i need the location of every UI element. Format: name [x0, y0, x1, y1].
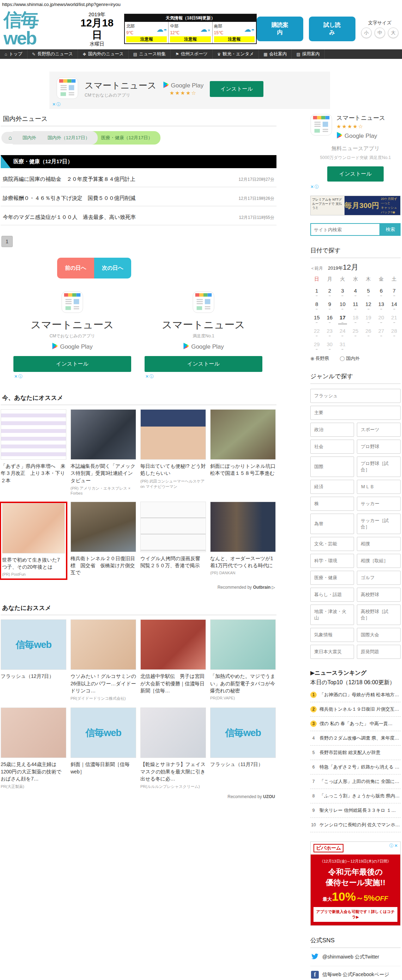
recommend-card[interactable]: 25歳に見える44歳主婦は1200円の大正製薬の技術でおばさん顔を7…PR(大正… — [1, 708, 66, 789]
recommend-card[interactable]: 「あずさ」県内停車増へ 来年３月改正 上り３本・下り２本 — [1, 409, 66, 495]
genre-button[interactable]: ＭＬＢ — [357, 480, 400, 494]
calendar-day-9[interactable]: 9 — [323, 298, 337, 312]
calendar-day-4[interactable]: 4 — [349, 285, 362, 298]
genre-button[interactable]: 為替 — [310, 514, 354, 534]
ranking-item[interactable]: 10ケンシロウに長蛇の列 佐久でマンホ… — [310, 818, 400, 832]
trial-read-button[interactable]: 試し読み — [309, 17, 356, 41]
nav-item-company-info[interactable]: ▦会社案内 — [259, 49, 292, 59]
genre-button[interactable]: 経済 — [310, 480, 354, 494]
twitter-link[interactable]: @shinmaiweb 公式Twitter — [310, 948, 400, 966]
recommend-card[interactable]: なんと、オーダースーツが1着1万円代でつくれる時代に(PR) DANKAN — [210, 502, 276, 580]
genre-button[interactable]: 科学・環境 — [310, 554, 354, 568]
viva-home-ad[interactable]: ⓘ✕ ビバホーム 《12月13日(金)～12月19日(木)の7日間》 令和元年最… — [310, 842, 400, 926]
install-button[interactable]: インストール — [145, 356, 262, 372]
ntt-card-ad[interactable]: プレミアムを NTTグループカードで 支払うと 毎月300円 20ケ月間ず―っと… — [310, 196, 400, 215]
genre-button[interactable]: スポーツ — [357, 423, 400, 437]
genre-button[interactable]: 地震・津波・火山 — [310, 605, 354, 625]
font-size-small-button[interactable]: 小 — [361, 27, 372, 38]
nav-item-news-feature[interactable]: ▤ニュース特集 — [129, 49, 171, 59]
nav-item-recruit-info[interactable]: ▧採用案内 — [292, 49, 324, 59]
recommend-card[interactable]: 権兵衛トンネル２０日復旧目標 国交省 仮橋架け片側交互で — [70, 502, 136, 580]
genre-button[interactable]: 高校野球 — [357, 588, 400, 602]
genre-button[interactable]: 高校野球［試合］ — [357, 605, 400, 625]
region-radio-selected[interactable]: ◉長野県 — [310, 355, 329, 362]
nav-item-shinshu-sports[interactable]: ⚑信州スポーツ — [171, 49, 213, 59]
uzou-attribution[interactable]: Recommended by UZOU — [1, 794, 275, 799]
calendar-day-2[interactable]: 2 — [323, 285, 337, 298]
recommend-card[interactable]: ウイグル人拷問の漫画反響 閲覧２５０万、香港で掲示 — [140, 502, 206, 580]
genre-button[interactable]: 文化・芸能 — [310, 537, 354, 551]
calendar-day-17[interactable]: 17 — [336, 312, 349, 325]
recommend-card[interactable]: 信毎web斜面｜信濃毎日新聞［信毎web］ — [70, 708, 136, 789]
genre-button[interactable]: 政治 — [310, 423, 354, 437]
genre-button[interactable]: 国際 — [310, 457, 354, 477]
ranking-item[interactable]: 8「ふっこう割」きょうから販売 県内… — [310, 789, 400, 803]
genre-button[interactable]: 東日本大震災 — [310, 645, 354, 659]
genre-button[interactable]: 主要 — [310, 406, 400, 420]
calendar-day-15[interactable]: 15 — [310, 312, 323, 325]
font-size-large-button[interactable]: 大 — [388, 27, 399, 38]
breadcrumb-iryo-kenko[interactable]: 医療・健康（12月17日） — [91, 131, 160, 145]
install-button[interactable]: インストール — [13, 356, 131, 372]
smartnews-ad-banner[interactable]: スマートニュース CMでおなじみのアプリ Google Play ★★★★☆ イ… — [49, 72, 330, 109]
genre-button[interactable]: 株 — [310, 497, 354, 511]
ad-close-icon[interactable]: ✕ⓘ — [310, 184, 319, 190]
calendar-day-6[interactable]: 6 — [375, 285, 388, 298]
article-link[interactable]: 病院再編に国庫の補助金 ２０年度予算案８４億円計上 — [3, 176, 136, 183]
genre-button[interactable]: ゴルフ — [357, 571, 400, 585]
font-size-medium-button[interactable]: 中 — [375, 27, 385, 38]
nav-item-domestic-news[interactable]: ❖国内外のニュース — [78, 49, 129, 59]
recommend-card[interactable]: 世界で初めて生き抜いた7つ子、その20年後とは(PR) PostFun — [0, 502, 67, 580]
breadcrumb-home[interactable]: ⌂ — [2, 132, 19, 144]
calendar-day-5[interactable]: 5 — [362, 285, 375, 298]
genre-button[interactable]: サッカー — [357, 497, 400, 511]
ranking-item[interactable]: 9聖火リレー 信州総延長３３キロ １… — [310, 803, 400, 818]
recommend-card[interactable]: 信毎webフラッシュ（11月7日） — [210, 708, 276, 789]
genre-button[interactable]: 相撲 — [357, 537, 400, 551]
search-button[interactable]: 検索 — [380, 223, 400, 236]
ad-close-icon[interactable]: ⓘ✕ — [389, 843, 399, 849]
genre-button[interactable]: 社会 — [310, 439, 354, 454]
genre-button[interactable]: プロ野球［試合］ — [357, 457, 400, 477]
genre-button[interactable]: 相撲［取組］ — [357, 554, 400, 568]
calendar-day-11[interactable]: 11 — [349, 298, 362, 312]
calendar-day-13[interactable]: 13 — [375, 298, 388, 312]
recommend-card[interactable]: 【乾燥とサヨナラ】フェイスマスクの効果を最大限に引き出せる冬に必…PR(ルルルン… — [140, 708, 206, 789]
search-input[interactable] — [310, 223, 380, 236]
genre-button[interactable]: フラッシュ — [310, 389, 400, 403]
genre-button[interactable]: 国際大会 — [357, 628, 400, 642]
genre-button[interactable]: サッカー［試合］ — [357, 514, 400, 534]
smartnews-ad-card[interactable]: スマートニュース 満足度No.1 Google Play インストール ✕ⓘ — [145, 291, 262, 380]
region-radio-option[interactable]: ◯国内外 — [340, 355, 360, 362]
calendar-day-1[interactable]: 1 — [310, 285, 323, 298]
genre-button[interactable]: 原発問題 — [357, 645, 400, 659]
site-logo[interactable]: 信毎web — [3, 11, 70, 47]
recommend-card[interactable]: 斜面にぽっかりトンネル坑口 松本で国道１５８号工事進む — [210, 409, 276, 495]
ad-close-icon[interactable]: ✕ⓘ — [14, 374, 23, 380]
next-day-button[interactable]: 次の日へ — [94, 258, 131, 278]
article-link[interactable]: 今年のマダニ感染症が１００人 過去最多、高い致死率 — [3, 214, 136, 221]
genre-button[interactable]: プロ野球 — [357, 439, 400, 454]
ad-footer-link[interactable]: アプリで新規入会も可能です！詳しくはコチラ▶ — [313, 907, 397, 922]
ranking-item[interactable]: 2権兵衛トンネル１９日復旧 片側交互… — [310, 702, 400, 717]
ranking-item[interactable]: 6特急「あずさ２号」鉄路から消える … — [310, 760, 400, 775]
calendar-prev-month[interactable]: ＜前月 — [310, 266, 323, 271]
recommend-card[interactable]: 毎日出ていても便秘!? どう対処したらいい(PR) 武田コンシューマーヘルスケア… — [140, 409, 206, 495]
nav-item-sightseeing-entertainment[interactable]: ♛観光・エンタメ — [213, 49, 259, 59]
facebook-link[interactable]: f 信毎web 公式Facebookページ — [310, 966, 400, 980]
genre-button[interactable]: 気象情報 — [310, 628, 354, 642]
ad-close-icon[interactable]: ✕ⓘ — [145, 374, 155, 380]
recommend-card[interactable]: 信毎webフラッシュ（12月7日） — [1, 619, 66, 701]
install-button[interactable]: インストール — [210, 81, 263, 97]
install-button[interactable]: インストール — [327, 166, 384, 181]
calendar-day-16[interactable]: 16 — [323, 312, 337, 325]
nav-item-nagano-news[interactable]: ✎長野県のニュース — [27, 49, 78, 59]
ad-close-icon[interactable]: ✕ⓘ — [52, 102, 61, 108]
smartnews-sidebar-ad[interactable]: スマートニュース ★★★★☆ Google Play 無料ニュースアプリ 500… — [310, 113, 400, 191]
previous-day-button[interactable]: 前の日へ — [57, 258, 94, 278]
calendar-day-12[interactable]: 12 — [362, 298, 375, 312]
calendar-day-10[interactable]: 10 — [336, 298, 349, 312]
article-link[interactable]: 診療報酬０・４６％引き下げ決定 国費５００億円削減 — [3, 195, 136, 202]
calendar-day-14[interactable]: 14 — [388, 298, 400, 312]
ranking-item[interactable]: 5長野市芸術館 総支配人が辞意 — [310, 746, 400, 760]
